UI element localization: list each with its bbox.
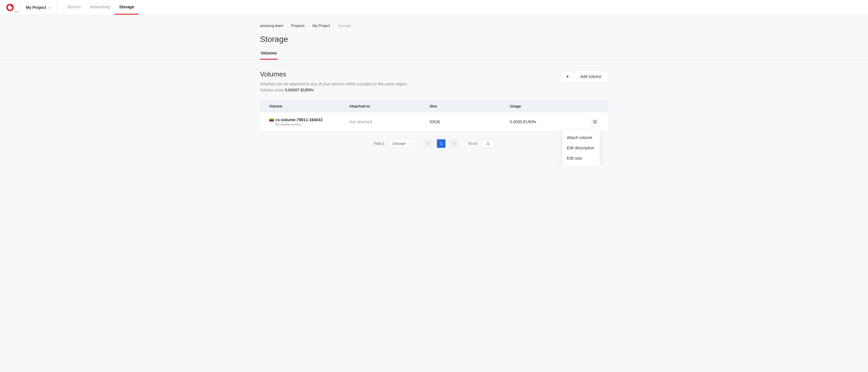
pagination: Total 1 10/page 1 Go to — [260, 139, 608, 148]
row-actions-menu: Attach volume Edit description Edit size… — [562, 130, 599, 165]
col-volume: Volume — [269, 104, 349, 108]
col-usage: Usage — [510, 104, 585, 108]
nav-networking[interactable]: Networking — [85, 0, 115, 14]
page-size-select[interactable]: 10/page — [389, 139, 414, 148]
section-title: Volumes — [260, 70, 408, 78]
breadcrumb: amazing team › Projects › My Project › S… — [260, 24, 608, 28]
flag-icon — [269, 118, 274, 122]
tab-volumes[interactable]: Volumes — [260, 51, 278, 60]
subtabs: Volumes — [0, 51, 868, 60]
project-name: My Project — [26, 5, 46, 10]
add-volume-button[interactable]: + Add volume — [561, 70, 608, 83]
chevron-right-icon: › — [308, 24, 309, 27]
gear-icon — [593, 120, 597, 124]
crumb-team[interactable]: amazing team — [260, 24, 284, 28]
add-volume-label: Add volume — [574, 70, 608, 83]
chevron-left-icon — [427, 142, 430, 145]
col-attached: Attached to — [349, 104, 430, 108]
volume-description: My photos archive — [276, 123, 349, 126]
row-actions-button[interactable] — [591, 118, 599, 126]
project-picker[interactable]: My Project — [20, 0, 57, 14]
beta-badge: beta — [14, 10, 19, 13]
plus-icon: + — [561, 70, 574, 83]
goto-input[interactable] — [482, 139, 495, 148]
volume-size: 50GB — [430, 120, 510, 124]
nav-storage[interactable]: Storage — [115, 0, 138, 14]
crumb-projects[interactable]: Projects — [291, 24, 305, 28]
menu-edit-size[interactable]: Edit size — [562, 153, 599, 163]
menu-delete[interactable]: Delete — [562, 163, 599, 165]
chevron-right-icon: › — [287, 24, 288, 27]
topbar: beta My Project Servers Networking Stora… — [0, 0, 868, 15]
section-header-left: Volumes Volumes can be attached to any o… — [260, 70, 408, 93]
total-count: Total 1 — [373, 141, 384, 146]
prev-page-button[interactable] — [424, 139, 433, 148]
volumes-table: Volume Attached to Size Usage cs-volume-… — [260, 100, 608, 131]
section-description: Volumes can be attached to any of your s… — [260, 81, 408, 93]
menu-attach-volume[interactable]: Attach volume — [562, 132, 599, 143]
logo[interactable]: beta — [0, 0, 20, 14]
section-header: Volumes Volumes can be attached to any o… — [260, 70, 608, 93]
nav-servers[interactable]: Servers — [62, 0, 85, 14]
table-header: Volume Attached to Size Usage — [260, 100, 608, 112]
table-row: cs-volume-79811-184033 My photos archive… — [260, 112, 608, 131]
svg-point-0 — [594, 121, 595, 122]
volume-name[interactable]: cs-volume-79811-184033 — [269, 118, 349, 122]
chevron-down-icon — [49, 5, 52, 8]
page-number-1[interactable]: 1 — [437, 139, 445, 148]
goto-label: Go to — [468, 141, 477, 146]
menu-edit-description[interactable]: Edit description — [562, 143, 599, 153]
crumb-storage: Storage — [338, 24, 351, 28]
page-title: Storage — [260, 35, 608, 44]
content: amazing team › Projects › My Project › S… — [260, 15, 608, 165]
logo-icon — [6, 4, 14, 11]
next-page-button[interactable] — [450, 139, 458, 148]
chevron-right-icon: › — [334, 24, 334, 27]
main-nav: Servers Networking Storage — [57, 0, 138, 14]
volume-attached: Not attached — [349, 120, 430, 124]
col-size: Size — [430, 104, 510, 108]
chevron-right-icon — [452, 142, 455, 145]
volume-usage: 0.0035 EUR/hr — [510, 120, 585, 124]
crumb-project[interactable]: My Project — [313, 24, 330, 28]
